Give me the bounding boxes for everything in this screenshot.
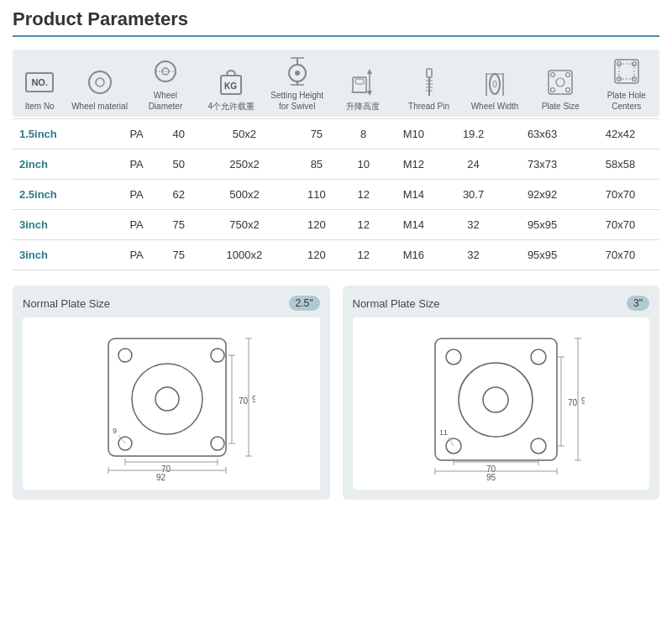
svg-text:11: 11 xyxy=(439,428,448,437)
cell-item_no: 3inch xyxy=(13,240,115,270)
svg-rect-38 xyxy=(615,60,638,83)
svg-text:92: 92 xyxy=(252,395,255,404)
cell-hole_centers: 58x58 xyxy=(581,150,659,180)
wheel-diameter-icon xyxy=(152,58,179,85)
svg-marker-19 xyxy=(367,91,372,96)
table-row: 3inchPA75750x212012M143295x9570x70 xyxy=(13,210,659,240)
svg-text:70: 70 xyxy=(568,398,578,407)
svg-point-1 xyxy=(96,78,104,87)
cell-wheel_material: PA xyxy=(115,180,159,210)
hole-centers-icon xyxy=(612,56,642,87)
cell-wheel_diameter: 50 xyxy=(159,150,199,180)
svg-text:92: 92 xyxy=(156,473,166,481)
wheel-width-icon xyxy=(483,67,507,97)
svg-point-77 xyxy=(459,363,533,437)
cell-hole_centers: 42x42 xyxy=(581,119,659,150)
svg-text:70: 70 xyxy=(239,396,249,406)
svg-point-73 xyxy=(446,349,461,365)
cell-hole_centers: 70x70 xyxy=(581,210,659,240)
cell-setting_height: 75 xyxy=(290,119,344,150)
col-header-plate-size: Plate Size xyxy=(528,50,593,117)
cell-plate_size: 63x63 xyxy=(503,119,581,150)
cell-load_capacity: 1000x2 xyxy=(199,240,290,270)
product-table: 1.5inchPA4050x2758M1019.263x6342x422inch… xyxy=(13,118,659,270)
svg-point-10 xyxy=(295,71,300,76)
kg-icon: KG xyxy=(218,67,244,97)
cell-thread_pin: M10 xyxy=(384,119,444,150)
svg-point-51 xyxy=(211,437,224,450)
diagram-2-5inch-badge: 2.5" xyxy=(289,296,320,311)
cell-load_capacity: 250x2 xyxy=(199,150,290,180)
svg-point-53 xyxy=(155,387,179,411)
svg-point-74 xyxy=(531,349,546,365)
cell-setting_height: 120 xyxy=(290,240,344,270)
svg-point-33 xyxy=(551,73,555,77)
cell-item_no: 1.5inch xyxy=(13,119,115,150)
cell-plate_size: 95x95 xyxy=(503,210,581,240)
cell-wheel_diameter: 75 xyxy=(159,210,199,240)
cell-thread_pin: M14 xyxy=(384,210,444,240)
col-header-hole-centers: Plate Hole Centers xyxy=(594,50,659,117)
cell-wheel_material: PA xyxy=(115,240,159,270)
table-row: 2.5inchPA62500x211012M1430.792x9270x70 xyxy=(13,180,659,210)
plate-size-icon xyxy=(545,67,575,97)
setting-height-icon xyxy=(284,56,311,87)
cell-lift_height: 10 xyxy=(344,150,384,180)
thread-pin-icon xyxy=(420,67,438,97)
diagram-3inch: Normal Plate Size 3" 70 xyxy=(343,286,660,500)
cell-item_no: 3inch xyxy=(13,210,115,240)
svg-rect-72 xyxy=(435,338,557,460)
cell-plate_size: 95x95 xyxy=(503,240,581,270)
col-header-wheel-diameter: Wheel Diameter xyxy=(133,50,198,117)
svg-point-0 xyxy=(89,71,111,93)
svg-text:9: 9 xyxy=(113,427,117,435)
cell-thread_pin: M14 xyxy=(384,180,444,210)
svg-point-34 xyxy=(566,73,570,77)
cell-setting_height: 85 xyxy=(290,150,344,180)
diagram-3inch-badge: 3" xyxy=(627,296,649,311)
diagram-3inch-svg: 70 95 70 95 11 xyxy=(417,326,585,481)
svg-point-78 xyxy=(483,387,508,412)
svg-rect-47 xyxy=(108,338,226,456)
svg-rect-21 xyxy=(427,69,432,77)
cell-wheel_width: 32 xyxy=(444,210,503,240)
cell-wheel_width: 24 xyxy=(444,150,503,180)
table-header: NO. Item No Wheel material Wheel Diamete… xyxy=(13,50,659,117)
diagrams-section: Normal Plate Size 2.5" 7 xyxy=(13,286,659,500)
cell-thread_pin: M16 xyxy=(384,240,444,270)
svg-text:95: 95 xyxy=(486,473,496,481)
cell-wheel_width: 30.7 xyxy=(444,180,503,210)
cell-plate_size: 73x73 xyxy=(503,150,581,180)
col-header-item-no: NO. Item No xyxy=(13,50,66,117)
table-row: 2inchPA50250x28510M122473x7358x58 xyxy=(13,150,659,180)
cell-load_capacity: 750x2 xyxy=(199,210,290,240)
svg-point-36 xyxy=(566,88,570,92)
svg-point-27 xyxy=(490,74,500,94)
svg-marker-18 xyxy=(367,69,372,74)
cell-wheel_width: 19.2 xyxy=(444,119,503,150)
cell-lift_height: 8 xyxy=(344,119,384,150)
svg-text:KG: KG xyxy=(224,81,237,91)
cell-plate_size: 92x92 xyxy=(503,180,581,210)
cell-wheel_material: PA xyxy=(115,210,159,240)
col-header-setting-height: Setting Height for Swivel xyxy=(265,50,330,117)
cell-lift_height: 12 xyxy=(344,180,384,210)
cell-load_capacity: 500x2 xyxy=(199,180,290,210)
svg-rect-32 xyxy=(549,71,572,94)
diagram-2-5inch-title: Normal Plate Size xyxy=(23,297,110,310)
cell-setting_height: 110 xyxy=(290,180,344,210)
svg-point-35 xyxy=(551,88,555,92)
diagram-3inch-title: Normal Plate Size xyxy=(353,297,440,310)
col-header-wheel-material: Wheel material xyxy=(66,50,132,117)
diagram-2-5inch: Normal Plate Size 2.5" 7 xyxy=(13,286,330,500)
svg-text:95: 95 xyxy=(581,396,585,406)
cell-load_capacity: 50x2 xyxy=(199,119,290,150)
col-header-load-capacity: KG 4个允许载重 xyxy=(198,50,264,117)
cell-item_no: 2.5inch xyxy=(13,180,115,210)
svg-point-76 xyxy=(531,438,546,454)
cell-hole_centers: 70x70 xyxy=(581,240,659,270)
cell-item_no: 2inch xyxy=(13,150,115,180)
page-title: Product Parameters xyxy=(13,8,659,37)
cell-wheel_diameter: 62 xyxy=(159,180,199,210)
cell-wheel_material: PA xyxy=(115,119,159,150)
